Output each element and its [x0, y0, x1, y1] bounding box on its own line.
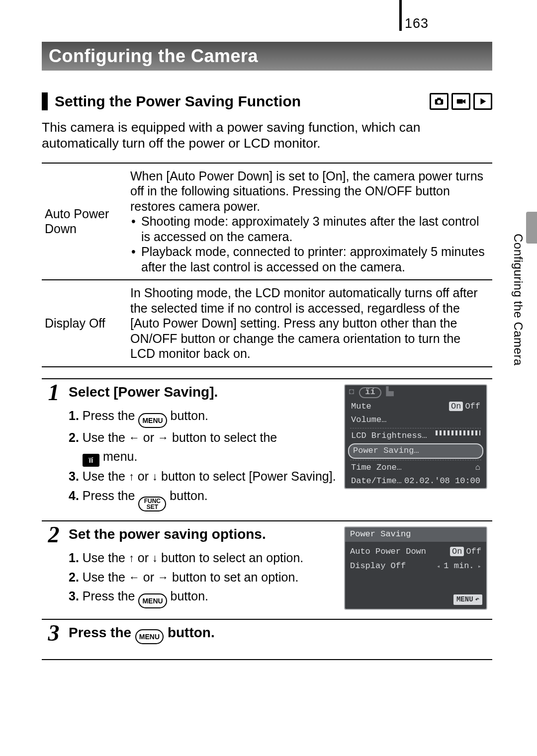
- svg-rect-3: [457, 99, 463, 103]
- up-arrow-icon: ↑: [129, 553, 134, 564]
- section-mark: [42, 92, 48, 110]
- lcd-row-selected: Power Saving…: [348, 443, 483, 459]
- step-number: 3: [42, 620, 66, 659]
- lcd-row: Date/Time…02.02.'08 10:00: [345, 475, 486, 488]
- substep: 2. Use the ← or → button to set an optio…: [69, 568, 339, 587]
- step: 1 Select [Power Saving]. 1. Press the ME…: [42, 379, 492, 521]
- menu-button-icon: MENU: [135, 629, 164, 644]
- table-row: Display Off In Shooting mode, the LCD mo…: [42, 280, 492, 367]
- step-body: Press the MENU button.: [66, 620, 342, 659]
- feature-key: Display Off: [42, 280, 127, 367]
- side-tab-label: Configuring the Camera: [511, 234, 525, 366]
- step-substeps: 1. Press the MENU button. 2. Use the ← o…: [69, 406, 339, 511]
- brightness-bar-icon: [436, 430, 480, 435]
- substep: 4. Press the FUNCSET button.: [69, 486, 339, 511]
- menu-return-chip: MENU↶: [453, 594, 482, 605]
- feature-desc: In Shooting mode, the LCD monitor automa…: [127, 280, 492, 367]
- left-arrow-icon: ←: [129, 432, 140, 443]
- section-title: Setting the Power Saving Function: [55, 93, 430, 110]
- left-arrow-icon: ←: [129, 572, 140, 583]
- lcd-setup-menu: ◘ ïí ▙▖ Mute OnOff Volume… LCD Brightnes…: [344, 384, 487, 490]
- lcd-title: Power Saving: [345, 527, 486, 542]
- tools-tab-icon: ïí: [359, 387, 381, 398]
- lcd-row: Display Off ◂ 1 min. ▸: [350, 559, 481, 574]
- feature-desc: When [Auto Power Down] is set to [On], t…: [127, 163, 492, 280]
- person-tab-icon: ▙▖: [386, 387, 396, 398]
- svg-marker-5: [480, 98, 486, 105]
- down-arrow-icon: ↓: [152, 553, 158, 564]
- page-number-rule: [399, 0, 402, 31]
- table-row: Auto Power Down When [Auto Power Down] i…: [42, 163, 492, 280]
- step-screenshot: Power Saving Auto Power Down OnOff Displ…: [342, 521, 492, 619]
- step-heading: Select [Power Saving].: [69, 384, 339, 400]
- step-body: Set the power saving options. 1. Use the…: [66, 521, 342, 619]
- section-header: Setting the Power Saving Function: [42, 92, 492, 110]
- steps: 1 Select [Power Saving]. 1. Press the ME…: [42, 378, 492, 660]
- lcd-row: Volume…: [345, 414, 486, 427]
- side-tab: Configuring the Camera: [513, 212, 537, 370]
- menu-button-icon: MENU: [138, 593, 167, 608]
- lcd-row: Mute OnOff: [345, 400, 486, 414]
- lcd-footer: MENU↶: [345, 591, 486, 609]
- feature-table: Auto Power Down When [Auto Power Down] i…: [42, 163, 492, 367]
- right-arrow-icon: →: [158, 432, 169, 443]
- feature-bullet: Playback mode, connected to printer: app…: [130, 244, 488, 274]
- step-heading: Set the power saving options.: [69, 526, 339, 542]
- svg-marker-4: [463, 99, 466, 103]
- step-screenshot: ◘ ïí ▙▖ Mute OnOff Volume… LCD Brightnes…: [342, 379, 492, 520]
- home-icon: ⌂: [475, 462, 480, 474]
- mode-icons: [430, 93, 492, 110]
- feature-lead: When [Auto Power Down] is set to [On], t…: [130, 169, 483, 213]
- feature-key: Auto Power Down: [42, 163, 127, 280]
- substep: 1. Use the ↑ or ↓ button to select an op…: [69, 548, 339, 568]
- playback-icon: [473, 93, 492, 110]
- side-tab-fill: [526, 212, 537, 244]
- chapter-title-bar: Configuring the Camera: [42, 42, 492, 71]
- page-number: 163: [405, 16, 429, 31]
- func-set-button-icon: FUNCSET: [138, 497, 166, 511]
- lcd-row: Time Zone…⌂: [345, 461, 486, 475]
- menu-button-icon: MENU: [138, 413, 167, 428]
- step: 3 Press the MENU button.: [42, 620, 492, 660]
- step: 2 Set the power saving options. 1. Use t…: [42, 521, 492, 620]
- svg-rect-1: [437, 98, 441, 100]
- substep: 1. Press the MENU button.: [69, 406, 339, 428]
- lcd-power-saving: Power Saving Auto Power Down OnOff Displ…: [344, 526, 487, 610]
- chapter-title: Configuring the Camera: [49, 46, 258, 67]
- step-number: 1: [42, 379, 66, 520]
- svg-point-2: [437, 100, 441, 103]
- down-arrow-icon: ↓: [152, 471, 158, 482]
- up-arrow-icon: ↑: [129, 471, 134, 482]
- lcd-row: LCD Brightness…: [345, 429, 486, 443]
- left-triangle-icon: ◂: [437, 563, 444, 570]
- substep: 3. Press the MENU button.: [69, 587, 339, 608]
- substep: 3. Use the ↑ or ↓ button to select [Powe…: [69, 467, 339, 486]
- substep: 2. Use the ← or → button to select the ï…: [69, 428, 339, 467]
- return-icon: ↶: [475, 595, 479, 604]
- step-heading: Press the MENU button.: [69, 625, 339, 644]
- tools-menu-icon: ïí: [83, 454, 99, 467]
- section-intro: This camera is equipped with a power sav…: [42, 119, 492, 152]
- lcd-tabs: ◘ ïí ▙▖: [345, 385, 486, 400]
- step-substeps: 1. Use the ↑ or ↓ button to select an op…: [69, 548, 339, 609]
- camera-icon: [430, 93, 448, 110]
- feature-bullet: Shooting mode: approximately 3 minutes a…: [130, 214, 488, 244]
- manual-page: 163 Configuring the Camera Setting the P…: [0, 0, 537, 756]
- step-number: 2: [42, 521, 66, 619]
- right-arrow-icon: →: [158, 572, 169, 583]
- step-body: Select [Power Saving]. 1. Press the MENU…: [66, 379, 342, 520]
- movie-icon: [451, 93, 470, 110]
- lcd-row: Auto Power Down OnOff: [350, 545, 481, 559]
- right-triangle-icon: ▸: [474, 563, 481, 570]
- camera-tab-icon: ◘: [349, 387, 354, 398]
